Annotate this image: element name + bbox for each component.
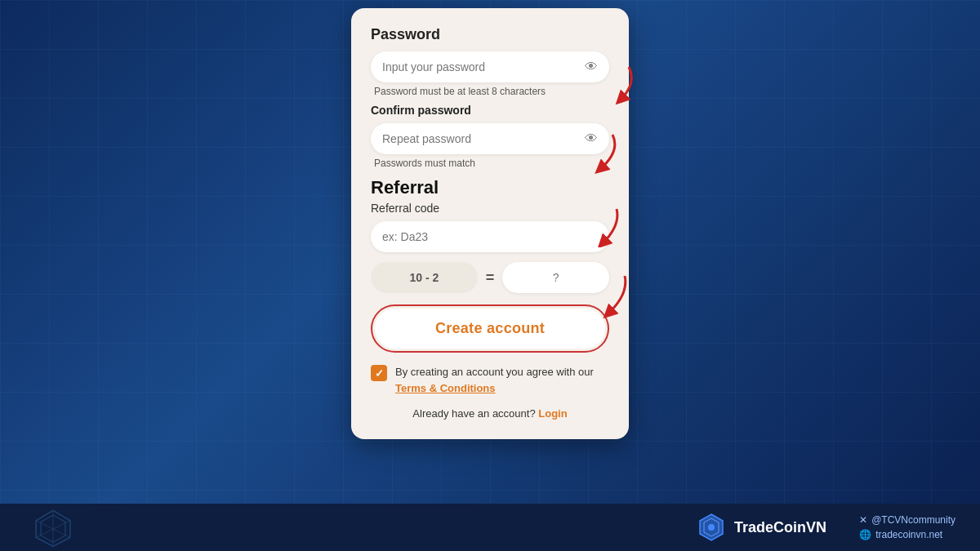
brand-icon xyxy=(697,513,726,542)
twitter-icon: ✕ xyxy=(859,514,867,526)
social-link-twitter: ✕ @TCVNcommunity xyxy=(859,514,956,526)
login-row: Already have an account? Login xyxy=(371,407,609,420)
create-button-wrapper: Create account xyxy=(371,304,609,353)
confirm-password-input[interactable] xyxy=(371,123,609,154)
left-logo-icon xyxy=(33,507,74,548)
captcha-row: 10 - 2 = xyxy=(371,262,609,293)
captcha-equals: = xyxy=(486,269,495,287)
twitter-handle: @TCVNcommunity xyxy=(871,514,956,526)
bottom-bar: TradeCoinVN ✕ @TCVNcommunity 🌐 tradecoin… xyxy=(0,504,980,551)
confirm-password-input-wrapper: 👁 xyxy=(371,123,609,154)
globe-icon: 🌐 xyxy=(859,529,871,540)
confirm-password-label: Confirm password xyxy=(371,104,609,117)
password-section: Password 👁 Password must be at least 8 c… xyxy=(371,26,609,169)
login-text: Already have an account? xyxy=(412,407,535,420)
terms-link[interactable]: Terms & Conditions xyxy=(395,382,496,394)
brand-logo: TradeCoinVN xyxy=(697,513,826,542)
social-link-website: 🌐 tradecoinvn.net xyxy=(859,529,956,540)
password-input-wrapper: 👁 xyxy=(371,51,609,82)
terms-row: By creating an account you agree with ou… xyxy=(371,364,609,396)
terms-text: By creating an account you agree with ou… xyxy=(395,364,609,396)
create-account-button[interactable]: Create account xyxy=(375,309,605,349)
confirm-eye-icon[interactable]: 👁 xyxy=(585,131,598,146)
terms-checkbox[interactable] xyxy=(371,365,387,381)
password-eye-icon[interactable]: 👁 xyxy=(585,60,598,74)
bottom-right: TradeCoinVN ✕ @TCVNcommunity 🌐 tradecoin… xyxy=(697,513,956,542)
captcha-question: 10 - 2 xyxy=(371,262,478,293)
password-input[interactable] xyxy=(371,51,609,82)
password-hint: Password must be at least 8 characters xyxy=(374,86,606,97)
form-card-wrapper: Password 👁 Password must be at least 8 c… xyxy=(351,8,629,439)
captcha-answer-input[interactable] xyxy=(502,262,609,293)
referral-code-input[interactable] xyxy=(371,221,609,252)
website-url: tradecoinvn.net xyxy=(875,529,942,540)
registration-card: Password 👁 Password must be at least 8 c… xyxy=(351,8,629,439)
password-title: Password xyxy=(371,26,609,43)
referral-label: Referral code xyxy=(371,202,609,215)
svg-point-7 xyxy=(708,524,715,531)
social-links: ✕ @TCVNcommunity 🌐 tradecoinvn.net xyxy=(859,514,956,540)
login-link[interactable]: Login xyxy=(538,407,567,420)
referral-input-wrapper xyxy=(371,221,609,252)
match-hint: Passwords must match xyxy=(374,158,606,169)
referral-title: Referral xyxy=(371,177,609,198)
terms-text-prefix: By creating an account you agree with ou… xyxy=(395,366,594,378)
brand-name: TradeCoinVN xyxy=(734,519,826,536)
referral-section: Referral Referral code 10 - 2 = xyxy=(371,177,609,293)
bottom-left-logo xyxy=(24,504,82,551)
